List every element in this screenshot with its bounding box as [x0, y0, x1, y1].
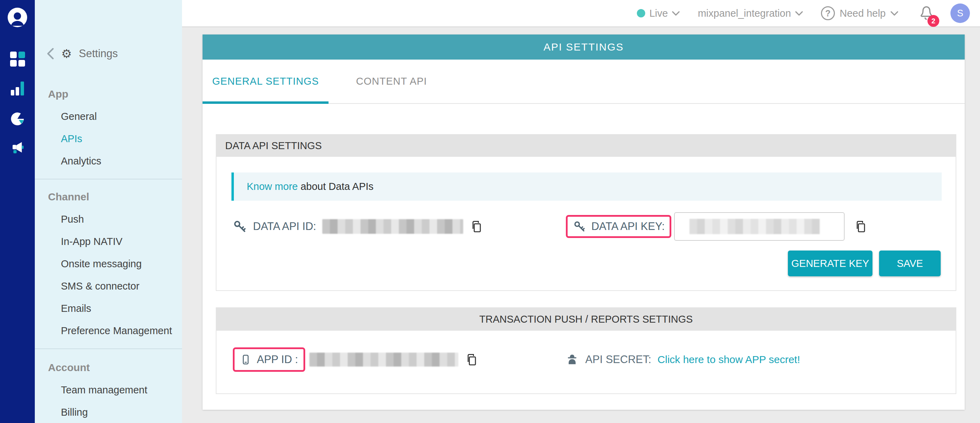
- card-title: API SETTINGS: [544, 41, 624, 53]
- sidebar-item-general[interactable]: General: [35, 105, 182, 128]
- sidebar-item-label[interactable]: In-App NATIV: [35, 236, 123, 247]
- environment-selector[interactable]: Live: [637, 8, 680, 19]
- card-title-bar: API SETTINGS: [202, 35, 965, 59]
- data-api-key-highlight-box: DATA API KEY:: [566, 215, 671, 238]
- icon-rail: [0, 0, 35, 423]
- banner-text: about Data APIs: [298, 181, 374, 192]
- chevron-down-icon: [891, 11, 898, 16]
- sidebar-item-label[interactable]: Billing: [35, 407, 88, 418]
- know-more-banner: Know more about Data APIs: [231, 172, 942, 201]
- chevron-left-icon: [47, 48, 54, 59]
- section-header-label: DATA API SETTINGS: [225, 140, 322, 152]
- key-icon: [233, 220, 247, 233]
- main-content: API SETTINGS GENERAL SETTINGS CONTENT AP…: [182, 27, 980, 423]
- sidebar-item-team-management[interactable]: Team management: [35, 379, 182, 401]
- app-id-redacted-value: [309, 353, 458, 367]
- copy-data-api-key-button[interactable]: [854, 219, 868, 234]
- sidebar-item-label[interactable]: SMS & connector: [35, 281, 140, 292]
- data-api-id-redacted-value: [322, 219, 463, 234]
- know-more-link[interactable]: Know more: [247, 181, 298, 192]
- avatar-logo-icon: [7, 7, 27, 27]
- sidebar-item-inapp-nativ[interactable]: In-App NATIV: [35, 230, 182, 252]
- sidebar-item-label[interactable]: General: [35, 111, 97, 122]
- sidebar-item-label-active[interactable]: APIs: [35, 133, 82, 145]
- sidebar-item-sms-connector[interactable]: SMS & connector: [35, 275, 182, 297]
- section-label: App: [35, 88, 68, 100]
- app-id-label: APP ID :: [257, 353, 298, 366]
- rail-item-analytics[interactable]: [0, 81, 35, 96]
- api-secret-field: API SECRET: Click here to show APP secre…: [565, 353, 800, 367]
- rail-item-reports[interactable]: [0, 111, 35, 127]
- copy-app-id-button[interactable]: [465, 352, 479, 367]
- sidebar-item-analytics[interactable]: Analytics: [35, 150, 182, 172]
- sidebar-title: Settings: [79, 47, 118, 60]
- section-label: Account: [35, 362, 90, 374]
- transaction-push-section: TRANSACTION PUSH / REPORTS SETTINGS APP …: [216, 307, 956, 394]
- mobile-phone-icon: [240, 353, 251, 366]
- app-id-highlight-box: APP ID :: [233, 347, 305, 372]
- project-selector[interactable]: mixpanel_integration: [698, 8, 803, 19]
- section-label: Channel: [35, 191, 89, 203]
- tab-content-api[interactable]: CONTENT API: [329, 59, 455, 103]
- sidebar-item-label[interactable]: Onsite messaging: [35, 258, 142, 270]
- top-bar: Live mixpanel_integration ? Need help 2 …: [182, 0, 980, 27]
- sidebar-item-label[interactable]: Team management: [35, 384, 147, 396]
- bar-chart-icon: [11, 81, 24, 96]
- help-icon: ?: [821, 6, 835, 20]
- transaction-push-header: TRANSACTION PUSH / REPORTS SETTINGS: [216, 308, 956, 330]
- tab-general-settings[interactable]: GENERAL SETTINGS: [202, 59, 329, 103]
- megaphone-icon: [10, 140, 25, 156]
- rail-item-campaigns[interactable]: [0, 140, 35, 156]
- sidebar-item-label[interactable]: Preference Management: [35, 325, 172, 337]
- app-id-field: APP ID :: [233, 347, 479, 372]
- sidebar-item-apis[interactable]: APIs: [35, 128, 182, 150]
- sidebar-section-app: App: [35, 83, 182, 105]
- sidebar-item-label[interactable]: Analytics: [35, 155, 101, 167]
- data-api-settings-header: DATA API SETTINGS: [216, 135, 956, 157]
- data-api-id-field: DATA API ID:: [233, 219, 484, 234]
- sidebar-item-label[interactable]: Emails: [35, 303, 91, 314]
- card-content: DATA API SETTINGS Know more about Data A…: [202, 134, 965, 394]
- back-button[interactable]: [47, 48, 54, 59]
- transaction-fields-row: APP ID :: [233, 347, 941, 393]
- data-api-settings-section: DATA API SETTINGS Know more about Data A…: [216, 134, 956, 291]
- sidebar-item-onsite-messaging[interactable]: Onsite messaging: [35, 252, 182, 275]
- api-settings-card: API SETTINGS GENERAL SETTINGS CONTENT AP…: [202, 35, 965, 410]
- sidebar-nav: App General APIs Analytics Channel Push …: [35, 83, 182, 423]
- copy-icon: [469, 219, 484, 234]
- section-header-label: TRANSACTION PUSH / REPORTS SETTINGS: [479, 314, 692, 325]
- data-api-id-label: DATA API ID:: [253, 220, 316, 233]
- data-api-buttons-row: GENERATE KEY SAVE: [216, 251, 941, 290]
- sidebar-item-preference-management[interactable]: Preference Management: [35, 319, 182, 342]
- generate-key-button[interactable]: GENERATE KEY: [788, 251, 872, 276]
- pie-chart-icon: [10, 111, 25, 127]
- rail-item-dashboard[interactable]: [0, 51, 35, 67]
- sidebar-divider: [35, 179, 182, 179]
- sidebar-item-label[interactable]: Push: [35, 214, 84, 225]
- key-icon: [573, 220, 586, 233]
- brand-logo[interactable]: [0, 0, 35, 35]
- show-app-secret-link[interactable]: Click here to show APP secret!: [657, 354, 800, 366]
- data-api-key-redacted-value: [689, 219, 820, 234]
- sidebar-section-account: Account: [35, 356, 182, 379]
- copy-icon: [465, 352, 479, 367]
- notifications-button[interactable]: 2: [916, 3, 937, 23]
- sidebar-divider: [35, 348, 182, 349]
- live-label: Live: [649, 8, 668, 19]
- sidebar-item-push[interactable]: Push: [35, 208, 182, 230]
- copy-data-api-id-button[interactable]: [469, 219, 484, 234]
- sidebar-item-billing[interactable]: Billing: [35, 401, 182, 423]
- user-avatar[interactable]: S: [950, 3, 970, 23]
- data-api-key-label: DATA API KEY:: [591, 220, 665, 233]
- chevron-down-icon: [672, 11, 680, 16]
- save-button[interactable]: SAVE: [879, 251, 941, 276]
- api-secret-label: API SECRET:: [585, 353, 651, 366]
- copy-icon: [854, 219, 868, 234]
- project-name: mixpanel_integration: [698, 8, 791, 19]
- sidebar-header: ⚙ Settings: [47, 47, 118, 60]
- sidebar-item-emails[interactable]: Emails: [35, 297, 182, 319]
- need-help-menu[interactable]: ? Need help: [821, 6, 898, 20]
- live-status-dot: [637, 9, 645, 18]
- data-api-fields-row: DATA API ID:: [233, 212, 941, 241]
- data-api-key-input[interactable]: [674, 212, 845, 241]
